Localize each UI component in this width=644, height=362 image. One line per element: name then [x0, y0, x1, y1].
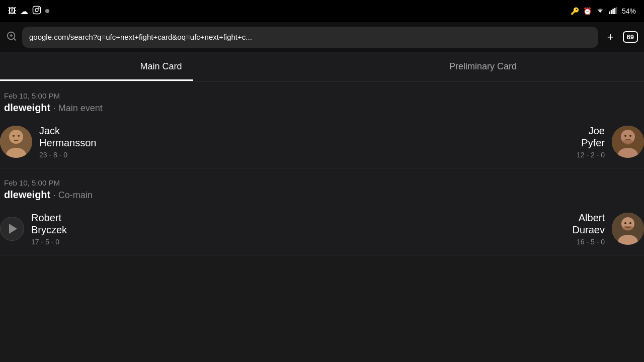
play-triangle-icon: [9, 224, 17, 234]
url-bar[interactable]: google.com/search?q=ufc+next+fight+card&…: [22, 27, 598, 48]
svg-point-27: [629, 222, 631, 224]
tab-preliminary-card[interactable]: Preliminary Card: [322, 52, 644, 81]
svg-point-15: [13, 135, 15, 137]
fighter-2-record: 12 - 2 - 0: [577, 151, 605, 159]
fight-row-1: Feb 10, 5:00 PM dleweight · Main event: [0, 81, 644, 168]
svg-point-20: [624, 135, 626, 137]
fighter-1-record: 23 - 8 - 0: [39, 151, 96, 159]
fighter-4-name: Albert Duraev: [573, 212, 605, 236]
fight-list: Feb 10, 5:00 PM dleweight · Main event: [0, 81, 644, 255]
battery-percentage: 54%: [622, 7, 636, 15]
fight-1-date: Feb 10, 5:00 PM: [4, 92, 644, 100]
tab-count-badge[interactable]: 69: [623, 31, 638, 43]
url-text: google.com/search?q=ufc+next+fight+card&…: [29, 33, 252, 41]
tab-main-card[interactable]: Main Card: [0, 52, 322, 81]
cloud-icon: ☁: [20, 7, 28, 16]
svg-rect-6: [614, 8, 616, 14]
fighter-3-info: Robert Bryczek 17 - 5 - 0: [31, 212, 67, 246]
fighter-1-info: Jack Hermansson 23 - 8 - 0: [39, 125, 96, 159]
svg-rect-4: [611, 10, 612, 14]
instagram-icon: [32, 6, 41, 17]
status-bar: 🖼 ☁ 🔑 ⏰: [0, 0, 644, 22]
svg-rect-7: [616, 7, 617, 14]
fighter-2-name: Joe Pyfer: [577, 125, 605, 149]
fight-2-meta: Feb 10, 5:00 PM dleweight · Co-main: [0, 178, 644, 204]
key-icon: 🔑: [571, 7, 579, 15]
fighters-row-2: Robert Bryczek 17 - 5 - 0: [0, 204, 644, 250]
svg-point-26: [624, 222, 626, 224]
svg-rect-3: [609, 11, 610, 14]
svg-point-1: [35, 9, 38, 12]
fighter-1-avatar: [0, 126, 32, 158]
card-tabs: Main Card Preliminary Card: [0, 52, 644, 81]
fighter-3-name: Robert Bryczek: [31, 212, 67, 236]
browser-bar: google.com/search?q=ufc+next+fight+card&…: [0, 22, 644, 52]
svg-point-22: [623, 139, 633, 145]
fighter-1-left: Jack Hermansson 23 - 8 - 0: [0, 125, 96, 159]
fighter-4-record: 16 - 5 - 0: [573, 238, 605, 246]
fighter-4-avatar: [612, 213, 644, 245]
photos-icon: 🖼: [8, 7, 16, 16]
fighter-2-avatar: [612, 126, 644, 158]
fight-1-meta: Feb 10, 5:00 PM dleweight · Main event: [0, 92, 644, 117]
fighters-row-1: Jack Hermansson 23 - 8 - 0: [0, 117, 644, 163]
play-button-fighter3[interactable]: [0, 217, 24, 241]
fight-2-category: dleweight · Co-main: [4, 189, 644, 201]
new-tab-button[interactable]: +: [603, 27, 618, 48]
svg-point-13: [9, 130, 23, 144]
svg-rect-5: [612, 9, 614, 14]
security-icon[interactable]: [6, 31, 17, 43]
svg-point-16: [18, 135, 20, 137]
fighter-3-record: 17 - 5 - 0: [31, 238, 67, 246]
fighter-4-info: Albert Duraev 16 - 5 - 0: [573, 212, 605, 246]
fight-2-event-label: · Co-main: [53, 190, 93, 200]
fighter-2-right: Joe Pyfer 12 - 2 - 0: [577, 125, 644, 159]
fighter-4-right: Albert Duraev 16 - 5 - 0: [573, 212, 644, 246]
status-right-icons: 🔑 ⏰ 54%: [571, 7, 636, 16]
fighter-2-info: Joe Pyfer 12 - 2 - 0: [577, 125, 605, 159]
signal-icon: [609, 7, 618, 16]
wifi-icon: [596, 7, 605, 16]
fighter-3-left: Robert Bryczek 17 - 5 - 0: [0, 212, 67, 246]
fight-1-category: dleweight · Main event: [4, 102, 644, 114]
svg-point-2: [38, 8, 39, 9]
svg-rect-0: [33, 7, 41, 14]
svg-line-9: [14, 38, 16, 40]
fight-row-2: Feb 10, 5:00 PM dleweight · Co-main Robe…: [0, 168, 644, 255]
fight-2-date: Feb 10, 5:00 PM: [4, 178, 644, 187]
fight-1-event-label: · Main event: [53, 103, 103, 113]
svg-point-21: [629, 135, 631, 137]
fighter-1-name: Jack Hermansson: [39, 125, 96, 149]
alarm-icon: ⏰: [583, 7, 592, 15]
svg-point-28: [622, 226, 633, 231]
status-left-icons: 🖼 ☁: [8, 6, 49, 17]
notification-dot: [45, 9, 49, 13]
